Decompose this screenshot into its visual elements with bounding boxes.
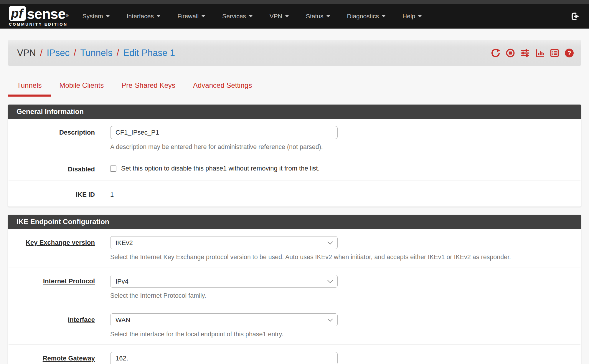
tab-label: Tunnels: [17, 81, 42, 89]
disabled-checkbox-label: Set this option to disable this phase1 w…: [121, 165, 320, 172]
pf-logo-box: pf: [9, 6, 26, 21]
general-information-panel: General Information Description A descri…: [8, 105, 581, 207]
tab-label: Advanced Settings: [193, 81, 252, 89]
key-exchange-help: Select the Internet Key Exchange protoco…: [110, 254, 580, 261]
chevron-down-icon: [285, 15, 289, 17]
pf-logo-text: pf: [11, 6, 23, 21]
chevron-down-icon: [418, 15, 422, 17]
description-input[interactable]: [110, 126, 338, 139]
interface-select[interactable]: WAN: [110, 313, 338, 326]
tab-advanced-settings[interactable]: Advanced Settings: [184, 81, 261, 97]
chevron-down-icon: [202, 15, 205, 17]
tab-mobile-clients[interactable]: Mobile Clients: [51, 81, 113, 97]
disabled-checkbox[interactable]: [110, 166, 116, 172]
ike-id-label: IKE ID: [9, 188, 110, 198]
breadcrumb-ipsec-link[interactable]: IPsec: [47, 48, 70, 58]
description-help: A description may be entered here for ad…: [110, 143, 580, 151]
tab-label: Mobile Clients: [60, 81, 104, 89]
nav-item-label: Status: [306, 13, 324, 20]
breadcrumb-separator: /: [40, 48, 43, 58]
log-icon[interactable]: [550, 48, 559, 58]
breadcrumb: VPN / IPsec / Tunnels / Edit Phase 1: [17, 48, 175, 58]
remote-gateway-label: Remote Gateway: [9, 352, 110, 364]
sliders-icon[interactable]: [520, 48, 530, 58]
internet-protocol-select[interactable]: IPv4: [110, 275, 338, 288]
community-edition-label: COMMUNITY EDITION: [9, 22, 69, 27]
description-row: Description A description may be entered…: [9, 119, 580, 157]
nav-item-firewall[interactable]: Firewall: [169, 4, 214, 29]
breadcrumb-vpn: VPN: [17, 48, 36, 58]
page-action-icons: ?: [491, 48, 574, 58]
internet-protocol-row: Internet Protocol IPv4 Select the Intern…: [9, 267, 580, 306]
chart-icon[interactable]: [535, 48, 545, 58]
nav-item-label: VPN: [270, 13, 282, 20]
nav-item-label: Firewall: [177, 13, 199, 20]
nav-item-services[interactable]: Services: [214, 4, 261, 29]
description-label: Description: [9, 126, 110, 151]
ike-id-value: 1: [110, 188, 580, 198]
breadcrumb-bar: VPN / IPsec / Tunnels / Edit Phase 1: [8, 40, 581, 66]
internet-protocol-label: Internet Protocol: [9, 275, 110, 300]
interface-row: Interface WAN Select the interface for t…: [9, 306, 580, 345]
top-strip: [0, 0, 589, 4]
nav-item-label: Interfaces: [127, 13, 154, 20]
general-information-body: Description A description may be entered…: [8, 119, 581, 207]
nav-item-help[interactable]: Help: [394, 4, 430, 29]
registered-mark: ®: [66, 11, 69, 21]
logout-button[interactable]: [570, 11, 580, 21]
disabled-label: Disabled: [9, 165, 110, 173]
pfsense-logo[interactable]: pf sense ® COMMUNITY EDITION: [9, 6, 69, 27]
nav-item-vpn[interactable]: VPN: [261, 4, 297, 29]
nav-item-interfaces[interactable]: Interfaces: [118, 4, 169, 29]
pfsense-page: pf sense ® COMMUNITY EDITION System Inte…: [0, 0, 589, 364]
nav-item-label: Help: [402, 13, 415, 20]
internet-protocol-help: Select the Internet Protocol family.: [110, 292, 580, 300]
breadcrumb-separator: /: [117, 48, 119, 58]
key-exchange-row: Key Exchange version IKEv2 Select the In…: [9, 229, 580, 267]
chevron-down-icon: [249, 15, 253, 17]
disabled-row: Disabled Set this option to disable this…: [9, 157, 580, 181]
ike-id-row: IKE ID 1: [9, 181, 580, 207]
chevron-down-icon: [382, 15, 385, 17]
refresh-icon[interactable]: [491, 48, 500, 58]
general-information-header: General Information: [8, 105, 581, 119]
chevron-down-icon: [157, 15, 160, 17]
interface-label: Interface: [9, 313, 110, 338]
svg-text:?: ?: [567, 49, 571, 56]
chevron-down-icon: [106, 15, 110, 17]
nav-menu: System Interfaces Firewall Services VPN …: [74, 4, 430, 29]
ike-endpoint-header: IKE Endpoint Configuration: [8, 215, 581, 229]
nav-item-system[interactable]: System: [74, 4, 118, 29]
chevron-down-icon: [326, 15, 330, 17]
nav-item-label: Diagnostics: [347, 13, 379, 20]
nav-item-status[interactable]: Status: [297, 4, 339, 29]
tab-tunnels[interactable]: Tunnels: [8, 81, 51, 97]
breadcrumb-edit-phase1-link[interactable]: Edit Phase 1: [123, 48, 175, 58]
section-title: IKE Endpoint Configuration: [17, 218, 109, 226]
nav-item-diagnostics[interactable]: Diagnostics: [339, 4, 394, 29]
nav-item-label: System: [83, 13, 103, 20]
interface-help: Select the interface for the local endpo…: [110, 331, 580, 338]
sense-logo-text: sense: [27, 7, 65, 21]
key-exchange-label: Key Exchange version: [9, 236, 110, 261]
section-title: General Information: [17, 107, 84, 116]
ike-endpoint-panel: IKE Endpoint Configuration Key Exchange …: [8, 215, 581, 364]
tab-pre-shared-keys[interactable]: Pre-Shared Keys: [113, 81, 184, 97]
remote-gateway-input[interactable]: [110, 352, 338, 364]
sign-out-icon: [570, 11, 580, 21]
stop-icon[interactable]: [506, 48, 515, 58]
breadcrumb-separator: /: [74, 48, 76, 58]
key-exchange-select[interactable]: IKEv2: [110, 236, 338, 249]
tab-label: Pre-Shared Keys: [121, 81, 175, 89]
main-navbar: pf sense ® COMMUNITY EDITION System Inte…: [0, 4, 589, 29]
breadcrumb-tunnels-link[interactable]: Tunnels: [80, 48, 113, 58]
page-tabs: Tunnels Mobile Clients Pre-Shared Keys A…: [8, 81, 581, 97]
help-icon[interactable]: ?: [565, 48, 574, 58]
remote-gateway-row: Remote Gateway Enter the public IP addre…: [9, 345, 580, 364]
nav-item-label: Services: [222, 13, 246, 20]
ike-endpoint-body: Key Exchange version IKEv2 Select the In…: [8, 229, 581, 364]
